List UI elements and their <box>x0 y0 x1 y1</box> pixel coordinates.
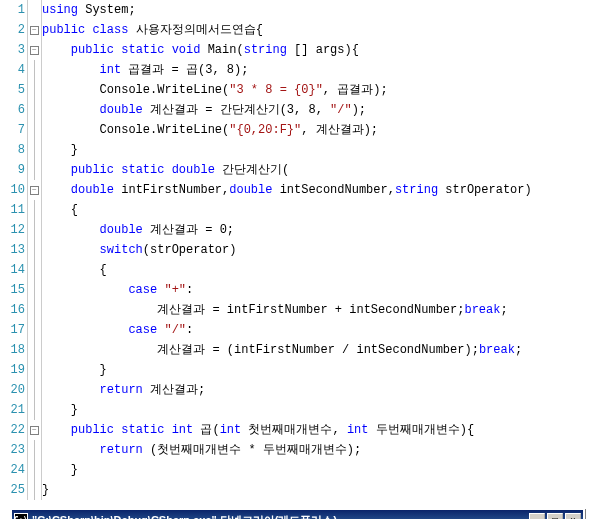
line-number: 20 <box>0 380 25 400</box>
code-line[interactable]: } <box>42 140 595 160</box>
console-icon: C:\ <box>14 513 28 519</box>
code-line[interactable]: double 계산결과 = 0; <box>42 220 595 240</box>
line-number: 18 <box>0 340 25 360</box>
line-number: 25 <box>0 480 25 500</box>
fold-guide <box>28 220 41 240</box>
line-number: 10 <box>0 180 25 200</box>
line-number: 23 <box>0 440 25 460</box>
code-line[interactable]: return 계산결과; <box>42 380 595 400</box>
line-number: 19 <box>0 360 25 380</box>
fold-guide <box>28 340 41 360</box>
minimize-button[interactable]: _ <box>529 513 545 519</box>
fold-toggle-icon[interactable]: − <box>28 40 41 60</box>
fold-guide <box>28 160 41 180</box>
code-editor: 1234567891011121314151617181920212223242… <box>0 0 595 500</box>
fold-guide <box>28 460 41 480</box>
fold-guide <box>28 380 41 400</box>
fold-guide <box>28 320 41 340</box>
code-line[interactable]: public static void Main(string [] args){ <box>42 40 595 60</box>
code-line[interactable]: } <box>42 460 595 480</box>
code-line[interactable]: } <box>42 400 595 420</box>
fold-guide <box>28 240 41 260</box>
fold-toggle-icon[interactable]: − <box>28 420 41 440</box>
line-number: 17 <box>0 320 25 340</box>
code-line[interactable]: { <box>42 260 595 280</box>
close-button[interactable]: × <box>565 513 581 519</box>
line-number: 11 <box>0 200 25 220</box>
code-line[interactable]: } <box>42 360 595 380</box>
fold-guide <box>28 260 41 280</box>
line-number: 3 <box>0 40 25 60</box>
code-line[interactable]: public static double 간단계산기( <box>42 160 595 180</box>
code-line[interactable]: public static int 곱(int 첫번째매개변수, int 두번째… <box>42 420 595 440</box>
fold-guide <box>28 300 41 320</box>
window-buttons: _ □ × <box>529 513 581 519</box>
line-number: 9 <box>0 160 25 180</box>
fold-guide <box>28 360 41 380</box>
code-line[interactable]: Console.WriteLine("3 * 8 = {0}", 곱결과); <box>42 80 595 100</box>
line-number: 16 <box>0 300 25 320</box>
line-number: 24 <box>0 460 25 480</box>
line-number: 7 <box>0 120 25 140</box>
fold-guide <box>28 120 41 140</box>
code-line[interactable]: 계산결과 = intFirstNumber + intSecondNumber;… <box>42 300 595 320</box>
fold-empty <box>28 0 41 20</box>
code-line[interactable]: switch(strOperator) <box>42 240 595 260</box>
line-number: 5 <box>0 80 25 100</box>
line-number: 1 <box>0 0 25 20</box>
fold-guide <box>28 480 41 500</box>
line-number: 4 <box>0 60 25 80</box>
code-line[interactable]: public class 사용자정의메서드연습{ <box>42 20 595 40</box>
fold-column: −−−− <box>28 0 42 500</box>
fold-guide <box>28 280 41 300</box>
line-gutter: 1234567891011121314151617181920212223242… <box>0 0 28 500</box>
code-line[interactable]: int 곱결과 = 곱(3, 8); <box>42 60 595 80</box>
line-number: 15 <box>0 280 25 300</box>
code-area[interactable]: using System;public class 사용자정의메서드연습{ pu… <box>42 0 595 500</box>
code-line[interactable]: using System; <box>42 0 595 20</box>
code-line[interactable]: 계산결과 = (intFirstNumber / intSecondNumber… <box>42 340 595 360</box>
code-line[interactable]: double 계산결과 = 간단계산기(3, 8, "/"); <box>42 100 595 120</box>
line-number: 13 <box>0 240 25 260</box>
window-title: "C:\CSharp\bin\Debug\CSharp.exe" 닷넷코리아(레… <box>32 513 529 520</box>
line-number: 14 <box>0 260 25 280</box>
console-window: C:\ "C:\CSharp\bin\Debug\CSharp.exe" 닷넷코… <box>10 508 585 519</box>
line-number: 21 <box>0 400 25 420</box>
fold-guide <box>28 80 41 100</box>
code-line[interactable]: } <box>42 480 595 500</box>
code-line[interactable]: case "+": <box>42 280 595 300</box>
line-number: 12 <box>0 220 25 240</box>
code-line[interactable]: case "/": <box>42 320 595 340</box>
code-line[interactable]: { <box>42 200 595 220</box>
code-line[interactable]: return (첫번째매개변수 * 두번째매개변수); <box>42 440 595 460</box>
fold-guide <box>28 200 41 220</box>
fold-guide <box>28 400 41 420</box>
code-line[interactable]: double intFirstNumber,double intSecondNu… <box>42 180 595 200</box>
maximize-button[interactable]: □ <box>547 513 563 519</box>
code-line[interactable]: Console.WriteLine("{0,20:F}", 계산결과); <box>42 120 595 140</box>
fold-toggle-icon[interactable]: − <box>28 20 41 40</box>
line-number: 22 <box>0 420 25 440</box>
line-number: 6 <box>0 100 25 120</box>
line-number: 8 <box>0 140 25 160</box>
line-number: 2 <box>0 20 25 40</box>
fold-guide <box>28 60 41 80</box>
fold-guide <box>28 140 41 160</box>
titlebar[interactable]: C:\ "C:\CSharp\bin\Debug\CSharp.exe" 닷넷코… <box>12 510 583 519</box>
fold-guide <box>28 100 41 120</box>
fold-guide <box>28 440 41 460</box>
fold-toggle-icon[interactable]: − <box>28 180 41 200</box>
